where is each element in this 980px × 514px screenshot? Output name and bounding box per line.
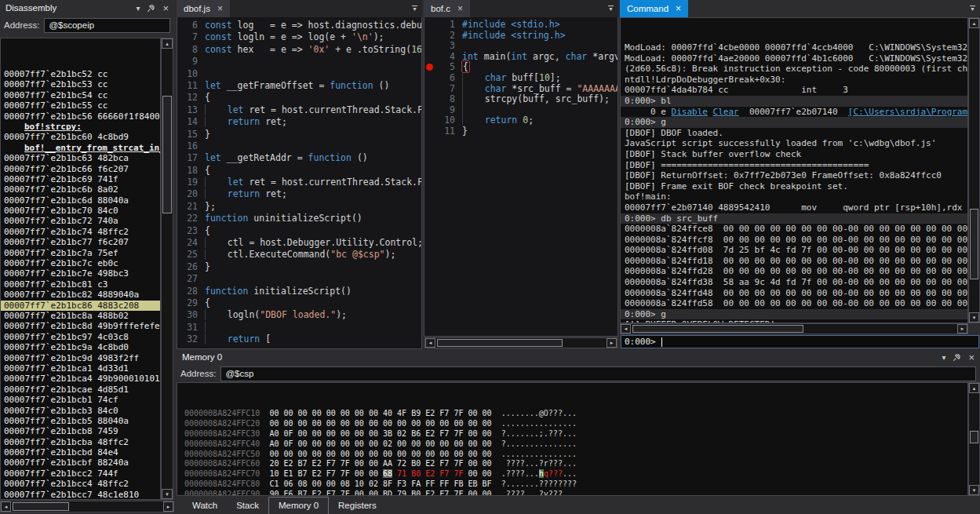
tab-menu-icon[interactable]: ▼: [608, 5, 614, 12]
scroll-left-icon[interactable]: ◂: [621, 324, 631, 334]
tab-command[interactable]: Command ×: [620, 0, 688, 17]
breakpoint-gutter[interactable]: [424, 52, 435, 63]
tab-menu-icon[interactable]: ▼: [970, 5, 975, 12]
breakpoint-gutter[interactable]: [424, 105, 435, 116]
breakpoint-gutter[interactable]: [424, 115, 435, 126]
bottom-tab-stack[interactable]: Stack: [227, 498, 268, 514]
scroll-thumb[interactable]: [970, 431, 978, 443]
memory-byte[interactable]: 00: [341, 429, 350, 438]
scroll-thumb[interactable]: [162, 96, 172, 213]
memory-byte[interactable]: 00: [383, 450, 392, 458]
memory-byte[interactable]: BD: [383, 490, 392, 496]
memory-byte[interactable]: 00: [341, 450, 350, 458]
tab-bofc[interactable]: bof.c ×: [424, 0, 470, 17]
breakpoint-icon[interactable]: [426, 64, 433, 71]
memory-byte[interactable]: 68: [383, 469, 392, 478]
memory-byte[interactable]: 40: [383, 409, 392, 417]
memory-byte[interactable]: B7: [298, 490, 308, 496]
memory-byte[interactable]: 72: [397, 459, 406, 468]
memory-byte[interactable]: 7F: [454, 409, 463, 417]
command-link[interactable]: Disable: [672, 107, 708, 117]
memory-byte[interactable]: F7: [439, 490, 449, 496]
memory-byte[interactable]: 00: [283, 419, 293, 428]
memory-byte[interactable]: EB: [468, 479, 477, 488]
memory-byte[interactable]: 00: [326, 409, 336, 417]
memory-byte[interactable]: A0: [269, 439, 279, 448]
memory-byte[interactable]: 00: [326, 479, 336, 488]
memory-byte[interactable]: 00: [355, 469, 364, 478]
memory-byte[interactable]: 00: [483, 490, 492, 496]
memory-byte[interactable]: E2: [425, 409, 435, 417]
memory-byte[interactable]: 08: [298, 479, 308, 488]
memory-byte[interactable]: 00: [298, 409, 308, 417]
memory-byte[interactable]: 00: [468, 469, 477, 478]
memory-byte[interactable]: 0F: [283, 439, 293, 448]
memory-byte[interactable]: 00: [439, 450, 449, 458]
scroll-thumb[interactable]: [970, 209, 978, 279]
memory-byte[interactable]: 00: [341, 439, 350, 448]
memory-byte[interactable]: BF: [483, 479, 492, 488]
bottom-tab-memory-0[interactable]: Memory 0: [268, 497, 329, 514]
memory-byte[interactable]: 79: [397, 490, 406, 496]
memory-byte[interactable]: 02: [397, 429, 406, 438]
command-input[interactable]: 0:000>: [621, 335, 979, 348]
memory-byte[interactable]: AA: [383, 459, 392, 468]
memory-byte[interactable]: 00: [269, 450, 279, 458]
memory-byte[interactable]: 7F: [341, 469, 350, 478]
memory-byte[interactable]: 00: [468, 419, 477, 428]
memory-byte[interactable]: 00: [312, 439, 322, 448]
memory-byte[interactable]: B0: [411, 490, 421, 496]
memory-byte[interactable]: 7F: [454, 459, 463, 468]
memory-byte[interactable]: 00: [397, 450, 406, 458]
memory-byte[interactable]: 00: [439, 419, 449, 428]
memory-byte[interactable]: 00: [369, 439, 378, 448]
scroll-down-icon[interactable]: ▾: [969, 312, 979, 323]
close-icon[interactable]: ×: [162, 2, 169, 14]
tab-dbofjs[interactable]: dbof.js ×: [177, 0, 230, 17]
memory-byte[interactable]: 71: [397, 469, 406, 478]
breakpoint-gutter[interactable]: [424, 62, 435, 73]
memory-byte[interactable]: 00: [326, 419, 336, 428]
memory-byte[interactable]: 7F: [454, 429, 463, 438]
memory-byte[interactable]: 00: [397, 439, 406, 448]
memory-byte[interactable]: 02: [369, 479, 378, 488]
scroll-left-icon[interactable]: ◂: [1, 501, 11, 512]
memory-byte[interactable]: 00: [355, 459, 364, 468]
memory-byte[interactable]: 00: [425, 439, 435, 448]
scroll-down-icon[interactable]: ▾: [969, 485, 979, 495]
command-output[interactable]: ModLoad: 00007ffd`4cbe0000 00007ffd`4ccb…: [620, 17, 968, 323]
command-link[interactable]: [C:\Users\srdja\Programming: [848, 107, 968, 117]
memory-byte[interactable]: 00: [468, 459, 477, 468]
memory-byte[interactable]: 00: [283, 409, 293, 417]
memory-byte[interactable]: 00: [369, 419, 378, 428]
memory-byte[interactable]: 00: [425, 450, 435, 458]
breakpoint-gutter[interactable]: [424, 73, 435, 84]
memory-byte[interactable]: 00: [355, 490, 364, 496]
memory-byte[interactable]: 4F: [397, 409, 406, 417]
memory-byte[interactable]: 00: [298, 429, 308, 438]
memory-byte[interactable]: E2: [425, 459, 435, 468]
memory-byte[interactable]: E1: [283, 469, 293, 478]
memory-byte[interactable]: E2: [425, 490, 435, 496]
dbofjs-code-area[interactable]: 6const log = e => host.diagnostics.debug…: [177, 17, 422, 349]
breakpoint-gutter[interactable]: [424, 94, 435, 105]
memory-vscrollbar[interactable]: ▴ ▾: [968, 382, 980, 496]
memory-byte[interactable]: 00: [369, 490, 378, 496]
memory-byte[interactable]: B0: [411, 469, 421, 478]
memory-byte[interactable]: 00: [355, 429, 364, 438]
memory-byte[interactable]: FA: [411, 479, 421, 488]
memory-byte[interactable]: C1: [269, 479, 279, 488]
memory-byte[interactable]: FF: [425, 479, 435, 488]
memory-byte[interactable]: E6: [283, 490, 293, 496]
memory-address-input[interactable]: @$csp: [220, 366, 976, 381]
memory-byte[interactable]: 7F: [454, 469, 463, 478]
memory-byte[interactable]: 00: [369, 469, 378, 478]
memory-byte[interactable]: B7: [298, 459, 308, 468]
memory-byte[interactable]: 00: [411, 419, 421, 428]
breakpoint-gutter[interactable]: [424, 84, 435, 95]
memory-byte[interactable]: E2: [312, 469, 322, 478]
memory-byte[interactable]: 00: [312, 409, 322, 417]
memory-byte[interactable]: 3B: [383, 429, 392, 438]
memory-byte[interactable]: 00: [483, 409, 492, 417]
memory-byte[interactable]: 00: [298, 439, 308, 448]
